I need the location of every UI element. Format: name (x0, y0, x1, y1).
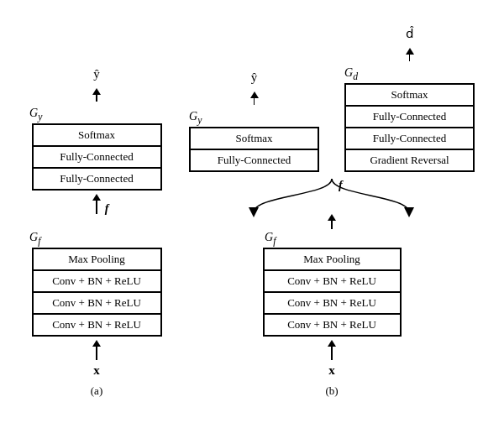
conv-block-a-1: Conv + BN + ReLU (33, 270, 161, 292)
conv-block-b-3: Conv + BN + ReLU (264, 314, 401, 336)
x-label-b: x (328, 363, 335, 378)
arrowhead-x-b (328, 340, 336, 347)
arrowhead-x-a (92, 340, 101, 347)
grad-reversal-block: Gradient Reversal (345, 149, 474, 171)
arrowhead-up-b (250, 91, 259, 98)
arrow-x-a (92, 340, 101, 360)
arrow-line-b (254, 98, 255, 105)
f-label-b: f (339, 179, 344, 191)
fc-block-b: Fully-Connected (190, 149, 318, 171)
fc-block-gd-1: Fully-Connected (345, 106, 474, 128)
fc-block-gd-2: Fully-Connected (345, 128, 474, 149)
curved-arrows-svg: f (189, 170, 475, 212)
maxpool-block-b: Max Pooling (264, 248, 401, 270)
gd-block-group-b: Softmax Fully-Connected Fully-Connected … (344, 83, 475, 172)
arrowhead-f-a (92, 194, 101, 201)
main-container: ŷ Gy Softmax Fully-Connected Fully-Conne… (0, 0, 504, 423)
arrow-line-f-a (96, 201, 97, 214)
gy-label-a: Gy (29, 107, 42, 123)
diagram-b: ŷ Gy Softmax Fully-Connected (189, 26, 475, 398)
gf-section-b: Gf Max Pooling Conv + BN + ReLU Conv + B… (189, 212, 475, 398)
gy-block-group-a: Softmax Fully-Connected Fully-Connected (32, 123, 162, 191)
arrow-line-gf-b (331, 221, 333, 229)
arrow-line-x-a (96, 347, 97, 360)
sub-label-a: (a) (91, 384, 102, 398)
softmax-block-a: Softmax (33, 124, 161, 146)
arrowhead-gf-b (328, 214, 336, 221)
conv-block-b-2: Conv + BN + ReLU (264, 292, 401, 314)
y-hat-label-a: ŷ (93, 67, 100, 81)
gf-block-group-b: Max Pooling Conv + BN + ReLU Conv + BN +… (263, 248, 402, 337)
arrow-x-b (328, 340, 336, 360)
arrow-gy-to-yhat-b (250, 91, 259, 105)
conv-block-a-3: Conv + BN + ReLU (33, 314, 161, 336)
arrow-line-dhat (409, 55, 411, 61)
conv-block-a-2: Conv + BN + ReLU (33, 292, 161, 314)
gf-block-group-a: Max Pooling Conv + BN + ReLU Conv + BN +… (32, 248, 162, 337)
softmax-block-b: Softmax (190, 128, 318, 149)
arrow-gd-to-dhat-b (406, 48, 414, 61)
arrow-line (96, 95, 97, 102)
fc-block-a-1: Fully-Connected (33, 146, 161, 168)
arrow-f-a: f (92, 194, 101, 227)
conv-block-b-1: Conv + BN + ReLU (264, 270, 401, 292)
y-hat-label-b: ŷ (251, 70, 258, 85)
gy-block-group-b: Softmax Fully-Connected (189, 127, 319, 172)
f-label-a: f (105, 202, 109, 216)
x-label-a: x (93, 363, 100, 378)
gf-label-b: Gf (265, 231, 276, 243)
sub-label-b: (b) (325, 384, 338, 398)
gd-section-b: d̂ Gd Softmax Fully-Connected Fully-Conn… (344, 26, 475, 172)
arrow-gy-to-yhat-a (92, 88, 101, 102)
diagram-a: ŷ Gy Softmax Fully-Connected Fully-Conne… (29, 67, 164, 398)
gf-label-a: Gf (29, 231, 40, 247)
maxpool-block-a: Max Pooling (33, 248, 161, 270)
arrow-line-x-b (331, 347, 333, 360)
fc-block-a-2: Fully-Connected (33, 168, 161, 190)
d-hat-label-b: d̂ (406, 26, 414, 41)
arrowhead-up (92, 88, 101, 95)
gy-section-b: ŷ Gy Softmax Fully-Connected (189, 70, 319, 172)
softmax-block-gd: Softmax (345, 84, 474, 106)
arrowhead-up-dhat (406, 48, 414, 55)
gd-label-b: Gd (344, 66, 358, 79)
arrow-gf-up-b (328, 214, 336, 229)
gy-label-b: Gy (189, 110, 202, 123)
